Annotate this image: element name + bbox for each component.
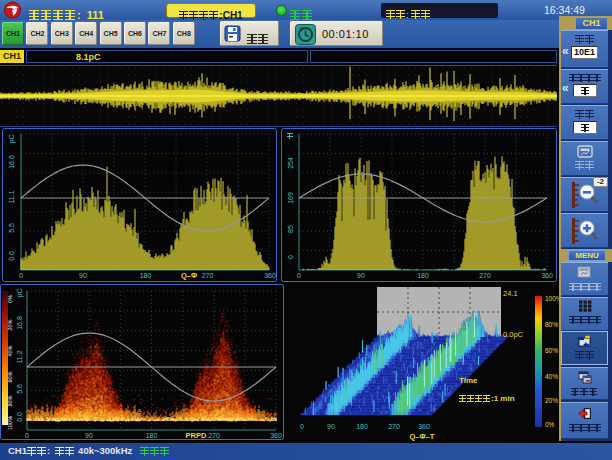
svg-text:60%: 60% <box>7 371 13 382</box>
svg-text:5.6: 5.6 <box>16 384 23 394</box>
svg-text:PRPD: PRPD <box>186 431 207 440</box>
svg-text:11.1: 11.1 <box>8 190 15 203</box>
svg-text:270: 270 <box>479 272 491 279</box>
svg-text:16.6: 16.6 <box>8 155 15 169</box>
svg-text:90: 90 <box>357 272 365 279</box>
svg-text:270: 270 <box>202 272 214 279</box>
svg-text:16.8: 16.8 <box>16 316 23 330</box>
svg-text:180: 180 <box>146 432 158 439</box>
svg-text:0: 0 <box>287 255 294 259</box>
svg-text:90: 90 <box>85 432 93 439</box>
svg-text:60%: 60% <box>545 347 558 354</box>
svg-text:360: 360 <box>270 432 282 439</box>
svg-text:80%: 80% <box>7 395 13 406</box>
svg-text:0: 0 <box>297 272 301 279</box>
svg-text:254: 254 <box>287 157 294 169</box>
svg-text:0.0: 0.0 <box>16 412 23 422</box>
svg-text:20%: 20% <box>7 319 13 330</box>
svg-text:180: 180 <box>140 272 152 279</box>
svg-text:360: 360 <box>541 272 553 279</box>
svg-text:0.0pC: 0.0pC <box>503 330 524 339</box>
svg-text:180: 180 <box>356 423 368 430</box>
svg-text:90: 90 <box>79 272 87 279</box>
svg-text:85: 85 <box>287 225 294 233</box>
svg-text:0%: 0% <box>7 295 13 303</box>
svg-text:pC: pC <box>16 289 24 298</box>
svg-text:80%: 80% <box>545 321 558 328</box>
svg-text:5.5: 5.5 <box>8 223 15 233</box>
svg-text:270: 270 <box>208 432 220 439</box>
svg-text:0%: 0% <box>545 421 555 428</box>
svg-text:pC: pC <box>8 135 16 144</box>
svg-text:360: 360 <box>264 272 276 279</box>
svg-text:90: 90 <box>327 423 335 430</box>
svg-text:40%: 40% <box>545 373 558 380</box>
svg-text:Q–Φ–T: Q–Φ–T <box>410 432 435 441</box>
svg-text:0.0: 0.0 <box>8 251 15 261</box>
svg-text:0: 0 <box>25 432 29 439</box>
svg-text:Q–Φ: Q–Φ <box>181 271 197 280</box>
svg-text:20%: 20% <box>545 397 558 404</box>
svg-text:270: 270 <box>388 423 400 430</box>
svg-text:24.1: 24.1 <box>503 289 518 298</box>
svg-text:0: 0 <box>300 423 304 430</box>
svg-text:360: 360 <box>418 423 430 430</box>
svg-text:Time: Time <box>459 376 478 385</box>
svg-text:0: 0 <box>19 272 23 279</box>
svg-text:40%: 40% <box>7 345 13 356</box>
svg-text:11.2: 11.2 <box>16 350 23 363</box>
svg-text:100%: 100% <box>7 416 13 430</box>
svg-text:169: 169 <box>287 192 294 204</box>
svg-text:180: 180 <box>417 272 429 279</box>
